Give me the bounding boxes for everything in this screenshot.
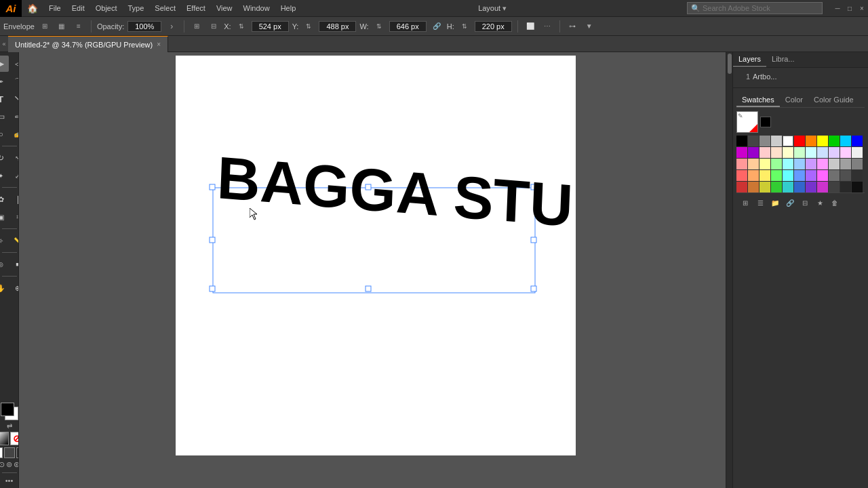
x-updown-icon[interactable]: ⇅	[235, 20, 248, 33]
gradient-swatch[interactable]	[0, 432, 9, 445]
restore-button[interactable]: □	[844, 2, 856, 14]
direct-selection-tool[interactable]: ◁	[9, 56, 19, 72]
swatch-blue[interactable]	[852, 136, 863, 146]
swap-colors-button[interactable]: ⇄	[7, 422, 12, 430]
menu-window[interactable]: Window	[238, 0, 275, 17]
swatch-mid-gray[interactable]	[760, 136, 770, 146]
swatch-white[interactable]	[783, 136, 793, 146]
panel-icon-link[interactable]: 🔗	[783, 196, 797, 209]
swatch-peach[interactable]	[771, 147, 782, 158]
pen-tool[interactable]: ✒	[0, 73, 9, 89]
swatch-charcoal[interactable]	[829, 182, 840, 192]
drawing-mode-icon[interactable]	[4, 447, 15, 458]
menu-edit[interactable]: Edit	[66, 0, 90, 17]
canvas-area[interactable]: BAGGA STUDIOS	[19, 52, 732, 488]
gradient-tool[interactable]: ■	[9, 256, 19, 272]
swatch-fuchsia[interactable]	[817, 170, 828, 181]
libraries-tab[interactable]: Libra...	[766, 52, 800, 67]
screen-mode2-button[interactable]: ⊚	[6, 460, 12, 469]
swatch-medium-green[interactable]	[771, 182, 782, 192]
opacity-expand-icon[interactable]: ›	[165, 20, 178, 33]
rect-tool[interactable]: ▭	[0, 108, 9, 125]
swatch-light-pink[interactable]	[840, 147, 851, 158]
swatch-light-blue[interactable]	[817, 147, 828, 158]
swatch-indigo[interactable]	[806, 182, 816, 192]
artboard-tool[interactable]: ▣	[0, 209, 9, 225]
swatch-cornflower[interactable]	[794, 170, 805, 181]
options-icon-3[interactable]: ≡	[72, 20, 85, 33]
panel-icon-trash[interactable]: 🗑	[828, 196, 842, 209]
column-graph-tool[interactable]: ▐	[9, 191, 19, 207]
swatch-dark-gray[interactable]	[748, 136, 759, 146]
color-guide-tab[interactable]: Color Guide	[808, 94, 859, 107]
y-input[interactable]	[319, 21, 356, 32]
swatch-sky-blue[interactable]	[794, 159, 805, 169]
grid-icon[interactable]: ⊞	[190, 20, 203, 33]
opacity-input[interactable]	[127, 21, 161, 32]
swatch-salmon[interactable]	[736, 159, 747, 169]
menu-home[interactable]: 🏠	[22, 0, 43, 17]
swatch-silver[interactable]	[829, 159, 840, 169]
x-input[interactable]	[252, 21, 289, 32]
align-icon[interactable]: ⊶	[566, 20, 579, 33]
menu-object[interactable]: Object	[90, 0, 123, 17]
swatch-near-white[interactable]	[852, 147, 863, 158]
search-input[interactable]	[703, 4, 818, 12]
menu-file[interactable]: File	[43, 0, 66, 17]
swatch-pale-cyan[interactable]	[783, 159, 793, 169]
more-icon[interactable]: ⋯	[540, 20, 554, 33]
scale-tool[interactable]: ⤡	[9, 150, 19, 166]
foreground-color-swatch[interactable]	[1, 403, 14, 416]
swatch-mint[interactable]	[794, 147, 805, 158]
swatch-green[interactable]	[829, 136, 840, 146]
document-tab[interactable]: Untitled-2* @ 34.7% (RGB/GPU Preview) ×	[8, 36, 168, 52]
rotate-tool[interactable]: ↻	[0, 150, 9, 166]
screen-mode3-button[interactable]: ⊛	[14, 460, 19, 469]
blend-tool[interactable]: ◎	[0, 256, 9, 272]
scrollbar-thumb[interactable]	[728, 54, 732, 74]
w-updown-icon[interactable]: ⇅	[372, 20, 386, 33]
swatch-orchid[interactable]	[817, 159, 828, 169]
close-button[interactable]: ×	[856, 2, 868, 14]
swatch-gold[interactable]	[760, 170, 770, 181]
menu-view[interactable]: View	[211, 0, 238, 17]
panel-icon-grid[interactable]: ⊞	[738, 196, 752, 209]
swatch-magenta[interactable]	[736, 147, 747, 158]
swatch-dark-red[interactable]	[736, 182, 747, 192]
swatch-red[interactable]	[794, 136, 805, 146]
measure-tool[interactable]: 📏	[9, 232, 19, 249]
more-tools-button[interactable]: •••	[5, 476, 14, 485]
eyedropper-tool[interactable]: ✧	[0, 232, 9, 249]
swatch-bright-cyan[interactable]	[783, 170, 793, 181]
normal-mode-icon[interactable]	[0, 447, 3, 458]
menu-select[interactable]: Select	[149, 0, 181, 17]
swatch-gray3[interactable]	[852, 159, 863, 169]
color-tab[interactable]: Color	[780, 94, 808, 107]
swatches-tab[interactable]: Swatches	[736, 94, 780, 107]
black-swatch[interactable]	[760, 117, 771, 127]
swatch-light-cyan[interactable]	[806, 147, 816, 158]
h-input[interactable]	[475, 21, 512, 32]
panel-icon-folder[interactable]: 📁	[768, 196, 782, 209]
pencil-tool[interactable]: ✍	[9, 126, 19, 142]
search-box[interactable]: 🔍	[687, 2, 823, 14]
swatch-lavender[interactable]	[829, 147, 840, 158]
more2-icon[interactable]: ▼	[583, 20, 596, 33]
swatch-light-red[interactable]	[736, 170, 747, 181]
swatch-bright-green[interactable]	[771, 170, 782, 181]
swatch-black[interactable]	[736, 136, 747, 146]
transform-icon[interactable]: ⬜	[524, 20, 537, 33]
panel-icon-star[interactable]: ★	[813, 196, 827, 209]
swatch-dark-gray2[interactable]	[829, 170, 840, 181]
swatch-lilac[interactable]	[806, 159, 816, 169]
hand-tool[interactable]: ✋	[0, 280, 9, 296]
layers-tab[interactable]: Layers	[733, 52, 766, 67]
swatch-purple[interactable]	[748, 147, 759, 158]
swatch-gray2[interactable]	[840, 159, 851, 169]
shaper-tool[interactable]: ✦	[0, 167, 9, 184]
menu-type[interactable]: Type	[123, 0, 150, 17]
tab-close-button[interactable]: ×	[157, 41, 161, 48]
swatch-brown[interactable]	[748, 182, 759, 192]
selection-tool[interactable]: ▶	[0, 56, 9, 72]
swatch-light-gray[interactable]	[771, 136, 782, 146]
